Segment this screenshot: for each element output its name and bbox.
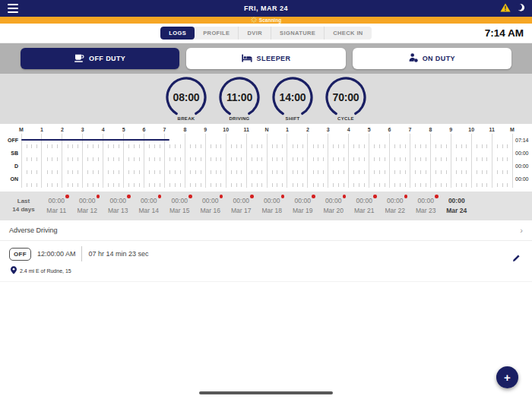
quarter-tick <box>113 157 114 161</box>
quarter-tick <box>297 144 298 148</box>
day-date: Mar 14 <box>134 206 165 216</box>
edit-log-button[interactable] <box>511 252 522 266</box>
quarter-tick <box>220 170 221 174</box>
quarter-tick <box>180 170 181 174</box>
graph-grid[interactable] <box>21 136 512 188</box>
quarter-tick <box>441 144 442 148</box>
quarter-tick <box>272 157 273 161</box>
day-mar-14[interactable]: 00:00Mar 14 <box>134 196 165 216</box>
gauge-label: CYCLE <box>325 116 367 121</box>
quarter-tick <box>252 144 252 148</box>
violation-dot <box>312 195 315 198</box>
day-total: 00:00 <box>164 196 195 206</box>
quarter-tick <box>52 170 52 174</box>
hamburger-icon[interactable] <box>8 4 18 13</box>
day-mar-16[interactable]: 00:00Mar 16 <box>195 196 226 216</box>
quarter-tick <box>134 170 135 174</box>
day-mar-17[interactable]: 00:00Mar 17 <box>226 196 257 216</box>
quarter-tick <box>139 183 140 187</box>
top-bar-actions <box>500 0 525 17</box>
quarter-tick <box>134 144 135 148</box>
quarter-tick <box>241 144 242 148</box>
day-date: Mar 11 <box>41 206 72 216</box>
hour-gridline <box>451 134 451 188</box>
quarter-tick <box>169 183 170 187</box>
quarter-tick <box>415 144 416 148</box>
violation-dot <box>65 195 69 198</box>
person-icon <box>409 53 418 64</box>
day-mar-24[interactable]: 00:00Mar 24 <box>442 196 473 216</box>
tab-logs[interactable]: LOGS <box>160 27 195 40</box>
tab-signature[interactable]: SIGNATURE <box>271 27 324 40</box>
on-duty-button[interactable]: ON DUTY <box>353 48 511 69</box>
gauge-value: 11:00 <box>218 91 261 103</box>
day-mar-15[interactable]: 00:00Mar 15 <box>164 196 195 216</box>
day-total: 00:00 <box>442 196 473 206</box>
quarter-tick <box>231 144 232 148</box>
quarter-tick <box>195 183 196 187</box>
row-total-sb: 00:00 <box>512 149 532 162</box>
quarter-tick <box>277 183 277 187</box>
quarter-tick <box>68 157 68 161</box>
off-duty-button[interactable]: OFF DUTY <box>21 48 179 69</box>
day-total: 00:00 <box>41 196 72 206</box>
day-mar-23[interactable]: 00:00Mar 23 <box>410 196 442 216</box>
day-mar-12[interactable]: 00:00Mar 12 <box>72 196 103 216</box>
add-event-button[interactable]: + <box>496 366 518 388</box>
quarter-tick <box>272 144 273 148</box>
quarter-tick <box>435 183 436 187</box>
duty-status-bar: OFF DUTYSLEEPERON DUTY <box>0 43 532 74</box>
day-mar-13[interactable]: 00:00Mar 13 <box>103 196 134 216</box>
hour-label: 6 <box>143 127 146 132</box>
sleeper-button[interactable]: SLEEPER <box>186 48 345 69</box>
quarter-tick <box>277 144 277 148</box>
hour-label: 6 <box>388 127 391 132</box>
tab-dvir[interactable]: DVIR <box>238 27 271 40</box>
warning-triangle-icon[interactable] <box>500 2 511 15</box>
quarter-tick <box>257 144 258 148</box>
quarter-tick <box>36 157 37 161</box>
tab-profile[interactable]: PROFILE <box>195 27 238 40</box>
day-mar-11[interactable]: 00:00Mar 11 <box>41 196 72 216</box>
tab-check-in[interactable]: CHECK IN <box>324 27 371 40</box>
quarter-tick <box>379 170 380 174</box>
hour-label: 3 <box>81 127 84 132</box>
home-indicator-bar[interactable] <box>199 391 333 394</box>
quarter-tick <box>338 183 339 187</box>
gauge-label: SHIFT <box>271 116 314 121</box>
day-total: 00:00 <box>72 196 103 206</box>
adverse-driving-row[interactable]: Adverse Driving › <box>0 220 532 241</box>
row-label-off: OFF <box>0 136 21 149</box>
hour-gridline <box>185 134 185 188</box>
hour-label: 8 <box>429 127 432 132</box>
quarter-tick <box>318 170 318 174</box>
quarter-tick <box>220 144 221 148</box>
quarter-tick <box>426 183 426 187</box>
day-mar-22[interactable]: 00:00Mar 22 <box>380 196 411 216</box>
day-mar-20[interactable]: 00:00Mar 20 <box>318 196 350 216</box>
hour-gridline <box>348 134 349 188</box>
quarter-tick <box>149 183 150 187</box>
quarter-tick <box>68 144 68 148</box>
day-total-time: 00:00 <box>110 196 126 206</box>
hour-label: 11 <box>489 127 494 132</box>
quarter-tick <box>27 170 27 174</box>
moon-icon[interactable] <box>516 2 525 15</box>
day-mar-19[interactable]: 00:00Mar 19 <box>287 196 318 216</box>
quarter-tick <box>353 170 354 174</box>
day-total-time: 00:00 <box>233 196 249 206</box>
hour-label: 2 <box>306 127 309 132</box>
quarter-tick <box>318 144 318 148</box>
quarter-tick <box>113 144 114 148</box>
violation-dot <box>435 195 439 198</box>
hour-gridline <box>21 134 22 188</box>
hour-gridline <box>62 134 62 188</box>
quarter-tick <box>394 183 395 187</box>
day-mar-18[interactable]: 00:00Mar 18 <box>257 196 288 216</box>
day-mar-21[interactable]: 00:00Mar 21 <box>349 196 380 216</box>
hour-label: 3 <box>327 127 330 132</box>
gauge-value: 14:00 <box>271 91 314 103</box>
violation-dot <box>343 195 347 198</box>
quarter-tick <box>93 157 93 161</box>
hour-gridline <box>103 134 103 188</box>
